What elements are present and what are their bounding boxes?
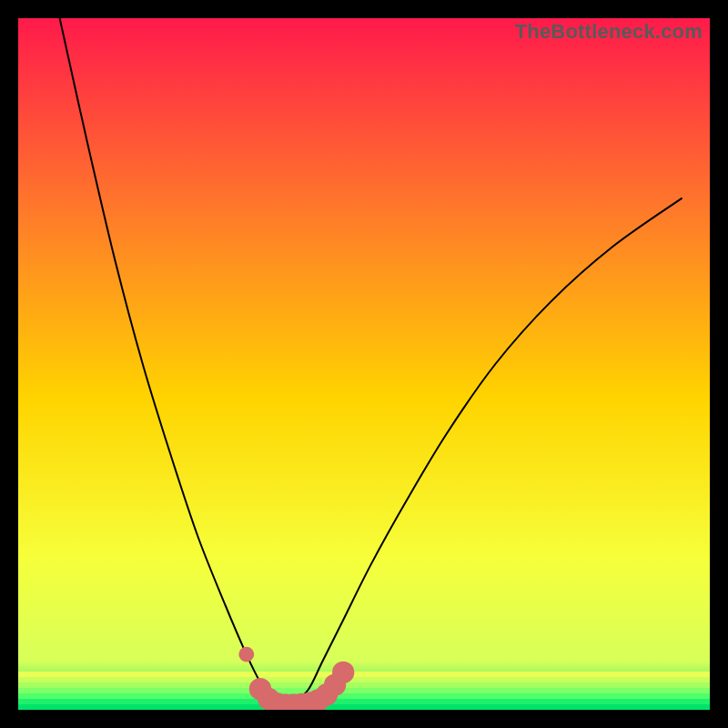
gradient-background (18, 18, 710, 710)
svg-rect-5 (18, 699, 710, 704)
highlight-marker (332, 662, 354, 683)
svg-rect-0 (18, 672, 710, 677)
watermark-text: TheBottleneck.com (515, 20, 703, 44)
svg-rect-3 (18, 688, 710, 693)
chart-frame: TheBottleneck.com (18, 18, 710, 710)
svg-rect-2 (18, 682, 710, 688)
bottom-color-bands (18, 672, 710, 710)
svg-rect-1 (18, 677, 710, 682)
chart-svg (18, 18, 710, 710)
highlight-marker (238, 647, 254, 662)
svg-rect-6 (18, 704, 710, 710)
svg-rect-4 (18, 693, 710, 699)
